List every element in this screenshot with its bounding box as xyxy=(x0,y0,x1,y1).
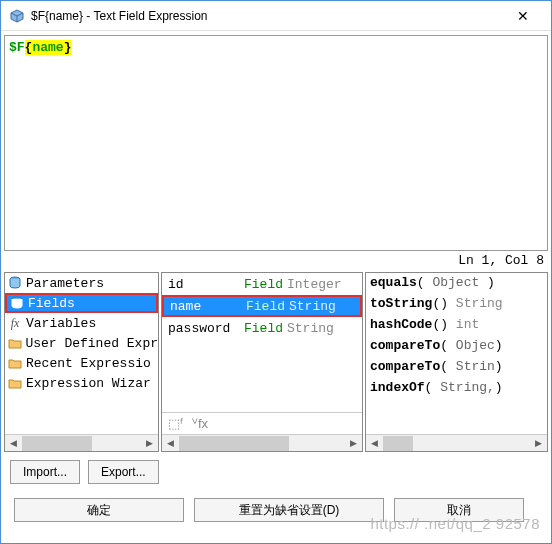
bottom-button-row: 确定 重置为缺省设置(D) 取消 xyxy=(4,492,548,532)
field-type-value: Integer xyxy=(287,277,342,292)
token-close-brace: } xyxy=(64,40,72,55)
field-name: password xyxy=(168,321,244,336)
method-args: Objec xyxy=(448,338,495,353)
scroll-thumb[interactable] xyxy=(22,436,92,451)
import-button[interactable]: Import... xyxy=(10,460,80,484)
methods-pane: equals( Object )toString() StringhashCod… xyxy=(365,272,548,452)
categories-pane: ParametersFieldsfxVariablesUser Defined … xyxy=(4,272,159,452)
close-button[interactable]: ✕ xyxy=(503,2,543,30)
method-name: indexOf xyxy=(370,380,425,395)
category-variables[interactable]: fxVariables xyxy=(5,313,158,333)
scroll-right-icon[interactable]: ▶ xyxy=(345,435,362,452)
fields-toolbar: ⬚ᶠ ⱽfx xyxy=(162,412,362,434)
window-title: $F{name} - Text Field Expression xyxy=(31,9,503,23)
middle-panes: ParametersFieldsfxVariablesUser Defined … xyxy=(4,272,548,452)
field-row-id[interactable]: idField Integer xyxy=(162,273,362,295)
titlebar: $F{name} - Text Field Expression ✕ xyxy=(1,1,551,31)
token-prefix: $F xyxy=(9,40,25,55)
field-row-password[interactable]: passwordField String xyxy=(162,317,362,339)
method-compareTo[interactable]: compareTo( Objec) xyxy=(366,338,547,359)
paren-open: ( xyxy=(440,359,448,374)
paren-close: ) xyxy=(495,359,503,374)
scroll-right-icon[interactable]: ▶ xyxy=(141,435,158,452)
folder-icon xyxy=(7,335,22,351)
category-parameters[interactable]: Parameters xyxy=(5,273,158,293)
category-label: User Defined Expr xyxy=(25,336,158,351)
method-name: compareTo xyxy=(370,338,440,353)
fields-list[interactable]: idField IntegernameField StringpasswordF… xyxy=(162,273,362,412)
field-type-label: Field xyxy=(244,277,283,292)
content-area: $F{name} Ln 1, Col 8 ParametersFieldsfxV… xyxy=(1,31,551,543)
field-type-label: Field xyxy=(244,321,283,336)
method-return: int xyxy=(448,317,479,332)
tool-icon-2[interactable]: ⱽfx xyxy=(192,416,208,431)
folder-icon xyxy=(7,375,23,391)
method-return: String xyxy=(448,296,503,311)
token-variable: name xyxy=(32,40,63,55)
method-compareTo[interactable]: compareTo( Strin) xyxy=(366,359,547,380)
scroll-thumb[interactable] xyxy=(383,436,413,451)
method-args: Strin xyxy=(448,359,495,374)
paren-open: ( xyxy=(417,275,425,290)
scroll-right-icon[interactable]: ▶ xyxy=(530,435,547,452)
method-name: compareTo xyxy=(370,359,440,374)
category-label: Variables xyxy=(26,316,96,331)
tool-icon-1[interactable]: ⬚ᶠ xyxy=(168,416,184,431)
field-name: name xyxy=(170,299,246,314)
scroll-thumb[interactable] xyxy=(179,436,289,451)
method-name: hashCode xyxy=(370,317,432,332)
expression-editor[interactable]: $F{name} xyxy=(4,35,548,251)
paren-close: ) xyxy=(495,338,503,353)
paren-close: ) xyxy=(487,275,495,290)
category-recent-expressio[interactable]: Recent Expressio xyxy=(5,353,158,373)
ok-button[interactable]: 确定 xyxy=(14,498,184,522)
scroll-left-icon[interactable]: ◀ xyxy=(366,435,383,452)
export-button[interactable]: Export... xyxy=(88,460,159,484)
paren-close: ) xyxy=(495,380,503,395)
method-name: equals xyxy=(370,275,417,290)
category-label: Fields xyxy=(28,296,75,311)
method-indexOf[interactable]: indexOf( String,) xyxy=(366,380,547,401)
editor-content: $F{name} xyxy=(9,40,71,55)
dialog-window: $F{name} - Text Field Expression ✕ $F{na… xyxy=(0,0,552,544)
fx-icon: fx xyxy=(7,315,23,331)
field-type-label: Field xyxy=(246,299,285,314)
scrollbar-right[interactable]: ◀ ▶ xyxy=(366,434,547,451)
reset-defaults-button[interactable]: 重置为缺省设置(D) xyxy=(194,498,384,522)
method-args: Object xyxy=(425,275,487,290)
paren-close: ) xyxy=(440,296,448,311)
scrollbar-left[interactable]: ◀ ▶ xyxy=(5,434,158,451)
method-equals[interactable]: equals( Object ) xyxy=(366,275,547,296)
cancel-button[interactable]: 取消 xyxy=(394,498,524,522)
method-args: String, xyxy=(432,380,494,395)
scroll-left-icon[interactable]: ◀ xyxy=(162,435,179,452)
category-label: Parameters xyxy=(26,276,104,291)
paren-close: ) xyxy=(440,317,448,332)
category-label: Expression Wizar xyxy=(26,376,151,391)
scrollbar-center[interactable]: ◀ ▶ xyxy=(162,434,362,451)
field-name: id xyxy=(168,277,244,292)
category-label: Recent Expressio xyxy=(26,356,151,371)
paren-open: ( xyxy=(440,338,448,353)
db-icon xyxy=(9,295,25,311)
field-type-value: String xyxy=(289,299,336,314)
category-fields[interactable]: Fields xyxy=(5,293,158,313)
import-export-row: Import... Export... xyxy=(4,452,548,492)
db-icon xyxy=(7,275,23,291)
method-toString[interactable]: toString() String xyxy=(366,296,547,317)
status-bar: Ln 1, Col 8 xyxy=(4,251,548,272)
category-user-defined-expr[interactable]: User Defined Expr xyxy=(5,333,158,353)
categories-list[interactable]: ParametersFieldsfxVariablesUser Defined … xyxy=(5,273,158,434)
fields-pane: idField IntegernameField StringpasswordF… xyxy=(161,272,363,452)
method-hashCode[interactable]: hashCode() int xyxy=(366,317,547,338)
category-expression-wizar[interactable]: Expression Wizar xyxy=(5,373,158,393)
methods-list[interactable]: equals( Object )toString() StringhashCod… xyxy=(366,273,547,434)
cube-icon xyxy=(9,8,25,24)
scroll-left-icon[interactable]: ◀ xyxy=(5,435,22,452)
field-row-name[interactable]: nameField String xyxy=(162,295,362,317)
folder-icon xyxy=(7,355,23,371)
method-name: toString xyxy=(370,296,432,311)
field-type-value: String xyxy=(287,321,334,336)
